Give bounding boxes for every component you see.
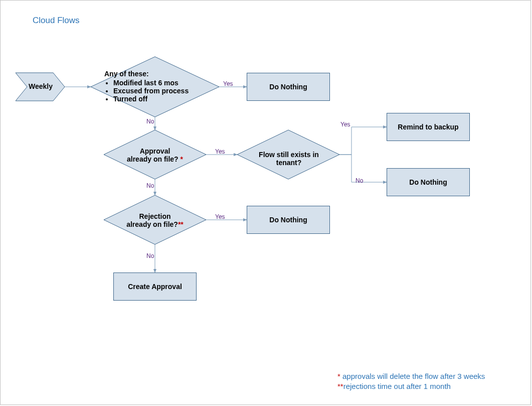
diagram-canvas: Cloud Flows Weekly Any of these: Modifie… bbox=[0, 0, 531, 405]
connectors-layer bbox=[1, 1, 531, 405]
edge-label-no: No bbox=[146, 182, 154, 189]
edge-label-yes: Yes bbox=[223, 80, 233, 87]
edge-label-no: No bbox=[146, 252, 154, 259]
edge-label-yes: Yes bbox=[340, 121, 350, 128]
footnote-2: **rejections time out after 1 month bbox=[337, 382, 451, 390]
footnote-1: * approvals will delete the flow after 3… bbox=[337, 372, 485, 380]
edge-label-no: No bbox=[356, 177, 363, 184]
edge-label-yes: Yes bbox=[215, 213, 225, 220]
edge-label-no: No bbox=[146, 118, 154, 125]
edge-label-yes: Yes bbox=[215, 148, 225, 155]
